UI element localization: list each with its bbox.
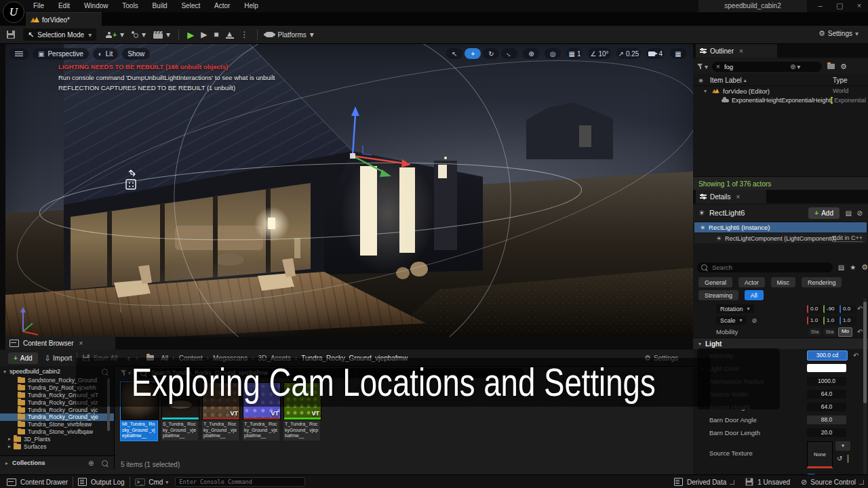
surface-snap-button[interactable]: ◎ [545, 48, 561, 59]
scale-x-field[interactable]: 1.0 [807, 317, 824, 325]
source-height-field[interactable]: 64.0 [807, 403, 846, 411]
use-selected-icon[interactable]: ↺ [837, 455, 842, 462]
folder-row[interactable]: Tundra_Stone_vivrbfeaw [0, 421, 114, 428]
cb-add-button[interactable]: + Add [8, 352, 38, 364]
play-options-icon[interactable]: ⋮ [241, 30, 249, 39]
close-icon[interactable]: × [79, 340, 83, 347]
menu-actor[interactable]: Actor [208, 0, 236, 12]
outliner-row-world[interactable]: ▾ forVideo (Editor) World [693, 86, 868, 96]
browse-icon[interactable]: ▏ [848, 455, 853, 462]
reset-icon[interactable]: ↶ [857, 305, 863, 312]
collections-bar[interactable]: ▸ Collections ⊕ [0, 455, 115, 470]
barn-door-angle-field[interactable]: 88.0 [807, 415, 846, 424]
tab-outliner[interactable]: Outliner × [696, 44, 777, 58]
move-tool-button[interactable]: + [465, 48, 481, 59]
unlock-icon[interactable]: ⊘ [857, 209, 863, 217]
filter-chevron-icon[interactable]: ▾ [705, 63, 708, 70]
stop-button[interactable]: ■ [214, 30, 218, 39]
cb-import-button[interactable]: ⇩ Import [45, 352, 73, 364]
tab-details[interactable]: Details × [696, 190, 766, 203]
show-dropdown[interactable]: Show [122, 48, 150, 60]
filter-streaming[interactable]: Streaming [698, 290, 738, 300]
frame-skip-button[interactable]: ▶ [201, 30, 207, 39]
edit-in-cpp-link[interactable]: Edit in C++ [832, 235, 863, 242]
rotation-dropdown[interactable]: Rotation ▾ [716, 304, 754, 313]
source-control-button[interactable]: Source Control [810, 479, 856, 486]
folder-row-collapsed[interactable]: ▸3D_Plants [0, 435, 114, 443]
derived-data-button[interactable]: Derived Data [687, 479, 726, 486]
blueprint-convert-icon[interactable]: ▤ [846, 209, 852, 217]
cmd-chevron-icon[interactable]: ▾ [165, 479, 168, 485]
rotation-z-field[interactable]: 0.0 [840, 305, 856, 313]
mobility-movable[interactable]: Mo [838, 327, 852, 337]
platforms-label[interactable]: Platforms [278, 31, 307, 39]
rotate-tool-button[interactable]: ↻ [483, 48, 499, 59]
add-collection-icon[interactable]: ⊕ [88, 460, 94, 467]
add-actor-chevron-icon[interactable]: ▾ [120, 30, 124, 39]
menu-file[interactable]: File [27, 0, 50, 12]
menu-tools[interactable]: Tools [116, 0, 144, 12]
blueprints-chevron-icon[interactable]: ▾ [142, 30, 146, 39]
folder-row-selected[interactable]: Tundra_Rocky_Ground_vje [0, 413, 114, 421]
menu-edit[interactable]: Edit [52, 0, 76, 12]
scale-tool-button[interactable]: ↔ [501, 48, 517, 59]
filter-rendering[interactable]: Rendering [802, 277, 842, 287]
maximize-button[interactable]: ▢ [831, 0, 848, 12]
scale-y-field[interactable]: 1.0 [823, 317, 840, 325]
level-tab[interactable]: forVideo* [26, 12, 102, 26]
scale-snap-button[interactable]: ↗ 0.25 [616, 48, 642, 59]
world-space-button[interactable]: ⊕ [523, 48, 539, 59]
mobility-static[interactable]: Sta [808, 328, 821, 336]
cinematics-chevron-icon[interactable]: ▾ [166, 30, 170, 39]
add-component-button[interactable]: + Add [808, 207, 840, 219]
expand-icon[interactable]: ▸ [8, 443, 11, 449]
viewport-menu-button[interactable] [9, 48, 28, 60]
lock-scale-icon[interactable]: ⊘ [752, 317, 757, 324]
eye-icon[interactable]: ◉ [698, 77, 703, 83]
filter-actor[interactable]: Actor [738, 277, 765, 287]
light-section-header[interactable]: ▾ Light [693, 338, 868, 349]
expand-icon[interactable]: ▸ [8, 436, 11, 442]
expand-icon[interactable]: ▸ [5, 460, 8, 466]
grid-snap-button[interactable]: ▦ 1 [566, 48, 583, 59]
details-settings-icon[interactable]: ⚙ [861, 263, 868, 272]
barn-door-length-field[interactable]: 20.0 [807, 428, 846, 437]
rotation-y-field[interactable]: -90 [823, 305, 840, 313]
outliner-settings-icon[interactable]: ⚙ [840, 62, 847, 71]
favorites-icon[interactable]: ★ [850, 264, 856, 271]
texture-dropdown[interactable]: ▾ [835, 441, 850, 451]
details-search-input[interactable] [711, 263, 815, 272]
folder-row[interactable]: Tundra_Stone_vivufbqaw [0, 428, 114, 436]
attenuation-field[interactable]: 1000.0 [807, 377, 846, 386]
color-swatch[interactable] [807, 364, 846, 372]
console-command-input[interactable] [175, 477, 305, 487]
outliner-search[interactable]: × ⊕ ▾ [712, 62, 822, 72]
menu-window[interactable]: Window [78, 0, 115, 12]
texture-thumbnail[interactable]: None [807, 441, 833, 468]
tab-content-browser[interactable]: Content Browser × [5, 337, 115, 350]
menu-build[interactable]: Build [146, 0, 173, 12]
scale-dropdown[interactable]: Scale ▾ [716, 316, 747, 325]
search-options-icon[interactable]: ⊕ [790, 63, 795, 70]
lit-dropdown[interactable]: ◐ Lit [93, 48, 119, 60]
menu-select[interactable]: Select [175, 0, 206, 12]
filter-icon[interactable] [697, 64, 703, 69]
add-actor-icon[interactable] [106, 32, 112, 38]
selection-mode-dropdown[interactable]: ↖ Selection Mode ▾ [23, 28, 96, 41]
expand-icon[interactable]: ▾ [704, 88, 707, 94]
chevron-down-icon[interactable]: ▾ [797, 63, 800, 70]
scale-z-field[interactable]: 1.0 [840, 317, 856, 325]
select-tool-button[interactable]: ↖ [446, 48, 462, 59]
outliner-search-input[interactable] [723, 62, 790, 71]
create-folder-icon[interactable] [827, 64, 835, 69]
save-icon[interactable] [7, 30, 15, 39]
minimize-button[interactable]: – [811, 0, 829, 12]
column-type-label[interactable]: Type [833, 77, 848, 84]
eject-button[interactable]: ▲ [226, 31, 234, 39]
details-scrollbar[interactable] [863, 302, 867, 403]
content-drawer-button[interactable]: Content Drawer [20, 479, 68, 486]
details-search[interactable] [697, 262, 833, 272]
blueprints-icon[interactable] [132, 31, 138, 38]
clear-search-icon[interactable]: × [716, 63, 720, 70]
maximize-viewport-button[interactable]: ▦ [670, 48, 686, 59]
